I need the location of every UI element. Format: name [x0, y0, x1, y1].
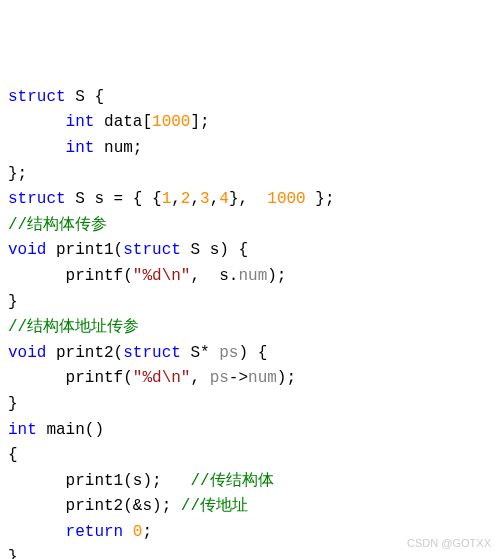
- code-token: "%d\n": [133, 369, 191, 387]
- code-token: void: [8, 241, 46, 259]
- code-line: }: [8, 392, 493, 418]
- code-line: print2(&s); //传地址: [8, 494, 493, 520]
- code-token: void: [8, 344, 46, 362]
- code-token: struct: [8, 190, 66, 208]
- code-line: //结构体地址传参: [8, 315, 493, 341]
- code-line: printf("%d\n", ps->num);: [8, 366, 493, 392]
- watermark: CSDN @GOTXX: [407, 535, 491, 553]
- code-token: struct: [123, 241, 181, 259]
- code-token: 1: [162, 190, 172, 208]
- code-token: 1000: [267, 190, 305, 208]
- code-token: "%d\n": [133, 267, 191, 285]
- code-token: 4: [219, 190, 229, 208]
- code-line: };: [8, 162, 493, 188]
- code-token: 3: [200, 190, 210, 208]
- code-line: struct S s = { {1,2,3,4}, 1000 };: [8, 187, 493, 213]
- code-line: }: [8, 290, 493, 316]
- code-line: int main(): [8, 418, 493, 444]
- code-line: int num;: [8, 136, 493, 162]
- code-token: num: [248, 369, 277, 387]
- code-token: 1000: [152, 113, 190, 131]
- code-token: //传结构体: [190, 472, 273, 490]
- code-line: printf("%d\n", s.num);: [8, 264, 493, 290]
- code-token: 0: [133, 523, 143, 541]
- code-token: struct: [8, 88, 66, 106]
- code-token: 2: [181, 190, 191, 208]
- code-line: print1(s); //传结构体: [8, 469, 493, 495]
- code-token: ps: [219, 344, 238, 362]
- code-token: //传地址: [181, 497, 248, 515]
- code-line: struct S {: [8, 85, 493, 111]
- code-token: ps: [210, 369, 229, 387]
- code-line: void print2(struct S* ps) {: [8, 341, 493, 367]
- code-token: //结构体地址传参: [8, 318, 139, 336]
- code-token: num: [238, 267, 267, 285]
- code-line: {: [8, 443, 493, 469]
- code-line: void print1(struct S s) {: [8, 238, 493, 264]
- code-token: //结构体传参: [8, 216, 107, 234]
- code-token: int: [66, 139, 95, 157]
- code-line: int data[1000];: [8, 110, 493, 136]
- code-token: int: [66, 113, 95, 131]
- code-token: return: [66, 523, 124, 541]
- code-token: int: [8, 421, 37, 439]
- code-token: struct: [123, 344, 181, 362]
- code-block: struct S { int data[1000]; int num;};str…: [8, 85, 493, 559]
- code-line: //结构体传参: [8, 213, 493, 239]
